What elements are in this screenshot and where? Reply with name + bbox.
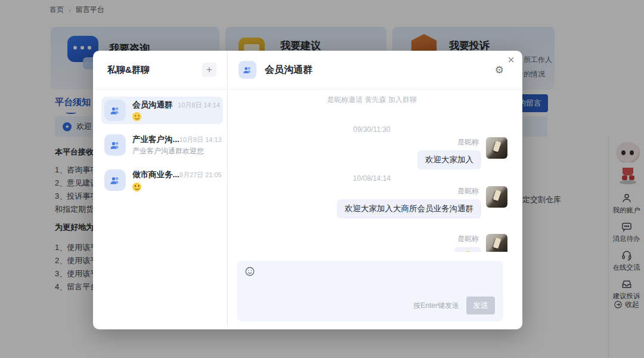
user-avatar[interactable] — [486, 137, 507, 159]
group-avatar-icon — [104, 100, 126, 121]
outgoing-message: 是昵称 — [236, 234, 507, 252]
timestamp: 10/08/14:14 — [236, 174, 507, 183]
message-bubble-emoji — [454, 247, 481, 252]
chat-modal: × 私聊&群聊 + 会员沟通群 10月8日 14:14 — [93, 51, 522, 329]
enter-to-send-hint: 按Enter键发送 — [413, 301, 459, 311]
group-avatar-icon — [104, 134, 126, 156]
chat-list-item-member-group[interactable]: 会员沟通群 10月8日 14:14 — [101, 97, 223, 124]
chat-item-preview — [132, 112, 141, 121]
sender-name: 是昵称 — [457, 186, 479, 196]
conversation-panel: 会员沟通群 ⚙ 是昵称邀请 黄先森 加入群聊 09/30/11:30 是昵称 欢… — [228, 51, 522, 329]
chat-list-item-industry-group[interactable]: 产业客户沟... 10月8日 14:13 产业客户沟通群欢迎您 — [101, 131, 223, 159]
grin-emoji — [132, 183, 141, 191]
chat-list-item-market-maker-group[interactable]: 做市商业务... 9月27日 21:05 — [101, 166, 223, 194]
send-button[interactable]: 发送 — [466, 297, 495, 314]
chat-list-title: 私聊&群聊 — [107, 64, 150, 76]
add-chat-button[interactable]: + — [202, 63, 216, 77]
system-message: 是昵称邀请 黄先森 加入群聊 — [236, 95, 507, 105]
chat-list-panel: 私聊&群聊 + 会员沟通群 10月8日 14:14 产业客户沟... — [93, 51, 227, 329]
chat-item-date: 10月8日 14:13 — [179, 135, 222, 144]
chat-item-title: 会员沟通群 — [132, 100, 173, 110]
conversation-title: 会员沟通群 — [265, 64, 312, 76]
grin-emoji — [462, 251, 473, 252]
chat-item-date: 10月8日 14:14 — [178, 101, 220, 110]
timestamp: 09/30/11:30 — [236, 125, 507, 134]
message-history: 是昵称邀请 黄先森 加入群聊 09/30/11:30 是昵称 欢迎大家加入 10… — [228, 90, 522, 252]
chat-item-preview: 产业客户沟通群欢迎您 — [132, 147, 204, 155]
message-bubble: 欢迎大家加入 — [417, 150, 481, 169]
outgoing-message: 是昵称 欢迎大家加入 — [236, 137, 507, 169]
smile-emoji — [132, 112, 141, 121]
chat-item-preview — [132, 182, 141, 190]
chat-item-date: 9月27日 21:05 — [179, 171, 222, 180]
message-bubble: 欢迎大家加入大商所会员业务沟通群 — [337, 199, 481, 218]
message-input[interactable]: 按Enter键发送 发送 — [237, 261, 503, 322]
gear-icon[interactable]: ⚙ — [495, 64, 504, 76]
outgoing-message: 是昵称 欢迎大家加入大商所会员业务沟通群 — [236, 186, 507, 218]
chat-item-title: 做市商业务... — [132, 169, 179, 180]
sender-name: 是昵称 — [457, 234, 479, 244]
user-avatar[interactable] — [486, 234, 507, 252]
group-avatar-icon — [239, 61, 256, 79]
group-avatar-icon — [104, 169, 126, 191]
sender-name: 是昵称 — [457, 137, 479, 147]
user-avatar[interactable] — [486, 186, 507, 208]
chat-item-title: 产业客户沟... — [132, 134, 179, 145]
emoji-picker-icon[interactable] — [244, 266, 255, 277]
